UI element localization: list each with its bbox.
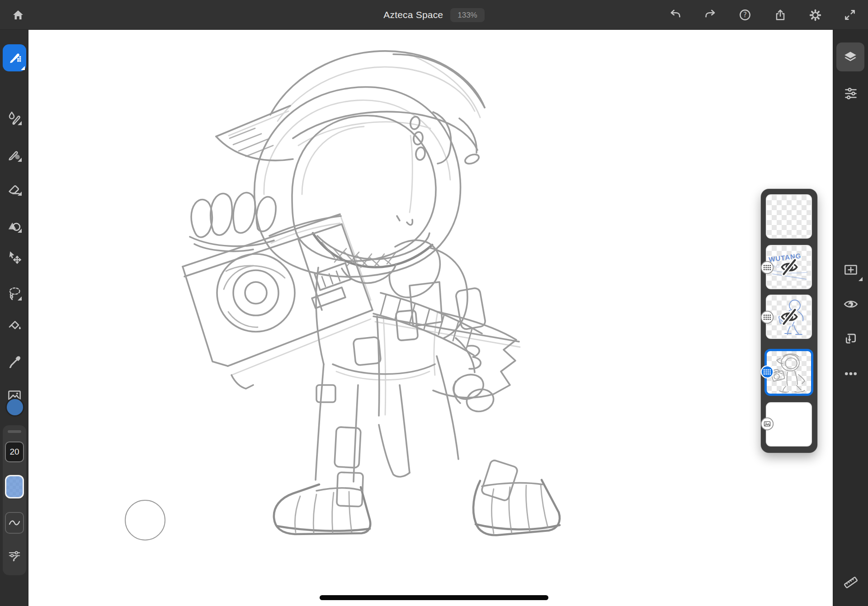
- settings-button[interactable]: [807, 7, 823, 23]
- eyedropper-icon: [6, 353, 23, 370]
- tool-mixer-brush[interactable]: [6, 146, 23, 163]
- fill-bucket-icon: [6, 318, 23, 334]
- layer4-pixel-badge-active[interactable]: [760, 365, 774, 379]
- tool-shape[interactable]: [6, 217, 23, 234]
- layer2-pixel-badge[interactable]: [760, 261, 774, 274]
- flyout-corner: [18, 296, 22, 301]
- layers-panel-button[interactable]: [836, 42, 864, 71]
- undo-icon: [669, 8, 682, 22]
- brush-size-value[interactable]: 20: [5, 442, 24, 462]
- mask-icon: [843, 331, 859, 346]
- brush-settings-button[interactable]: [6, 547, 23, 564]
- help-button[interactable]: ?: [737, 7, 753, 23]
- share-button[interactable]: [773, 7, 788, 23]
- tool-eraser[interactable]: [6, 180, 23, 197]
- flyout-corner: [18, 192, 22, 196]
- flyout-corner: [18, 229, 22, 233]
- gear-icon: [808, 8, 822, 22]
- tool-lasso[interactable]: [6, 285, 23, 302]
- home-indicator[interactable]: [320, 595, 548, 600]
- drawing-canvas[interactable]: [28, 30, 833, 606]
- flyout-corner: [859, 277, 863, 281]
- redo-button[interactable]: [703, 7, 718, 23]
- layer-visibility-button[interactable]: [842, 296, 859, 313]
- document-title: Azteca Space: [383, 9, 443, 20]
- fullscreen-button[interactable]: [842, 7, 858, 23]
- tool-move[interactable]: [6, 249, 23, 266]
- flyout-corner: [21, 66, 25, 70]
- layer3-hidden-icon[interactable]: [778, 305, 801, 328]
- color-swatch[interactable]: [5, 398, 24, 417]
- mask-button[interactable]: [842, 330, 859, 347]
- svg-text:?: ?: [743, 11, 747, 19]
- add-layer-button[interactable]: [842, 261, 859, 278]
- layer-thumbnail-1[interactable]: [766, 194, 812, 239]
- adjustments-icon: [843, 86, 859, 101]
- layers-panel: WUTANG AGAIN ?: [761, 189, 817, 453]
- flyout-corner: [18, 158, 22, 162]
- undo-button[interactable]: [668, 7, 683, 23]
- app-window: Azteca Space 133% ?: [0, 0, 868, 606]
- layers-icon: [843, 49, 858, 65]
- ruler-button[interactable]: [842, 574, 859, 591]
- fullscreen-icon: [843, 8, 857, 22]
- flyout-corner: [18, 121, 22, 125]
- add-layer-icon: [843, 262, 859, 277]
- brush-opacity-swatch[interactable]: [5, 475, 24, 498]
- eye-icon: [843, 296, 859, 312]
- brush-settings-icon: [7, 548, 22, 563]
- redo-icon: [703, 8, 717, 22]
- zoom-level-badge[interactable]: 133%: [450, 8, 484, 22]
- share-icon: [774, 8, 787, 22]
- ruler-icon: [842, 574, 859, 591]
- layer3-pixel-badge[interactable]: [760, 310, 774, 324]
- pixel-brush-icon: [6, 50, 23, 66]
- help-icon: ?: [738, 8, 752, 22]
- layer5-image-badge[interactable]: [760, 417, 774, 431]
- panel-drag-handle[interactable]: [8, 430, 21, 433]
- adjustments-button[interactable]: [842, 85, 859, 102]
- smoothing-button[interactable]: [5, 512, 24, 534]
- top-bar: Azteca Space 133% ?: [0, 0, 868, 30]
- tool-live-brush[interactable]: [6, 109, 23, 127]
- more-options-button[interactable]: [842, 365, 859, 382]
- layer2-hidden-icon[interactable]: [778, 256, 801, 278]
- move-tool-icon: [6, 249, 23, 266]
- tool-rail: 20: [0, 30, 28, 606]
- ellipsis-icon: [843, 366, 859, 381]
- smoothing-icon: [8, 517, 21, 528]
- tool-fill[interactable]: [6, 317, 23, 334]
- brush-options-panel: 20: [3, 425, 26, 575]
- tool-eyedropper[interactable]: [6, 353, 23, 370]
- brush-cursor-circle: [125, 500, 165, 540]
- panel-rail: [833, 30, 868, 606]
- tool-pixel-brush[interactable]: [3, 44, 26, 71]
